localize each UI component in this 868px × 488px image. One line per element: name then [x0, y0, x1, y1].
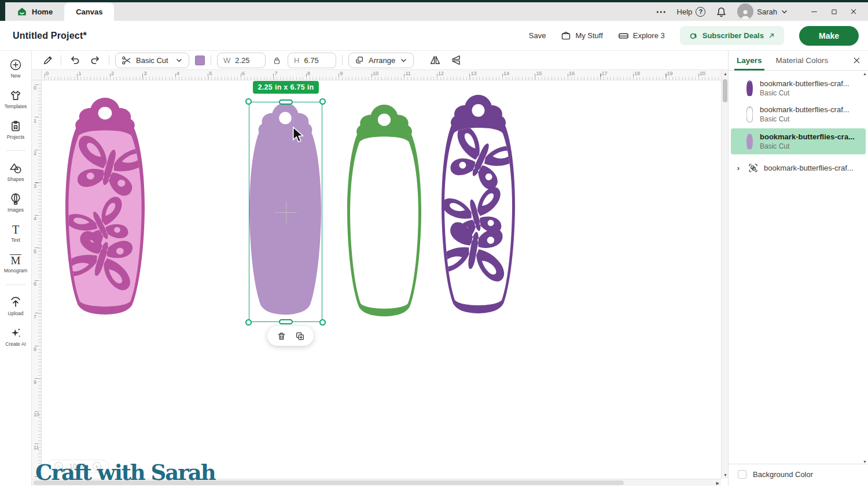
flip-horizontal-button[interactable] [428, 53, 443, 67]
resize-handle-bottom-right[interactable] [319, 319, 326, 326]
layer-thumbnail [746, 80, 753, 97]
background-color-checkbox[interactable] [738, 470, 746, 479]
resize-handle-top-center[interactable] [279, 99, 293, 105]
layer-row[interactable]: bookmark-butterflies-craf... Basic Cut [729, 101, 868, 127]
layer-group-row[interactable]: › bookmark-butterflies-craf... [729, 156, 868, 180]
line-type-select[interactable]: Basic Cut [115, 53, 189, 68]
notifications-button[interactable] [716, 6, 727, 17]
subscriber-deals-button[interactable]: Subscriber Deals [680, 26, 784, 45]
arrange-select[interactable]: Arrange [348, 53, 414, 68]
close-icon [849, 8, 858, 16]
sidebar-divider [6, 284, 25, 285]
sidebar-item-templates[interactable]: Templates [0, 86, 31, 112]
undo-button[interactable] [67, 53, 82, 67]
scroll-up-icon[interactable]: ▲ [863, 72, 867, 76]
selection-size-tooltip: 2.25 in x 6.75 in [253, 81, 319, 94]
minimize-button[interactable] [806, 4, 823, 19]
resize-handle-top-right[interactable] [319, 98, 326, 105]
page-title: Untitled Project* [13, 31, 87, 41]
maximize-icon [830, 8, 838, 16]
background-color-label: Background Color [753, 470, 813, 479]
sidebar-item-monogram[interactable]: M Monogram [0, 250, 31, 277]
canvas-vertical-scrollbar[interactable]: ▲ ▼ [721, 70, 728, 479]
home-icon [17, 6, 27, 17]
close-icon [852, 56, 861, 65]
my-stuff-button[interactable]: My Stuff [561, 31, 602, 41]
make-button[interactable]: Make [799, 26, 859, 46]
vertical-scroll-thumb[interactable] [723, 79, 727, 102]
layer-title: bookmark-butterflies-craf... [760, 105, 849, 114]
purple-butterfly-bookmark[interactable] [442, 94, 515, 320]
tab-material-colors[interactable]: Material Colors [776, 51, 829, 70]
sidebar-item-images[interactable]: Images [0, 189, 31, 216]
tshirt-icon [9, 89, 22, 102]
balloon-icon [9, 193, 22, 205]
save-button[interactable]: Save [529, 31, 546, 40]
chevron-down-icon [175, 57, 183, 64]
layer-linetype: Basic Cut [760, 115, 849, 123]
lock-icon [273, 56, 281, 65]
layers-panel: Layers Material Colors bookmark-butterfl… [728, 51, 868, 486]
sidebar-item-projects[interactable]: Projects [0, 116, 31, 143]
redo-button[interactable] [88, 53, 103, 67]
tab-canvas[interactable]: Canvas [64, 2, 114, 21]
avatar [737, 3, 753, 20]
sidebar-item-new[interactable]: New [0, 55, 31, 82]
sidebar-item-upload[interactable]: Upload [0, 293, 31, 319]
sidebar-item-text[interactable]: T Text [0, 220, 31, 246]
resize-handle-bottom-left[interactable] [245, 319, 252, 326]
tab-home[interactable]: Home [5, 2, 64, 21]
green-outline-bookmark[interactable] [347, 104, 421, 323]
chevron-down-icon [781, 8, 788, 16]
edit-pencil-button[interactable] [40, 53, 55, 67]
expand-chevron-icon[interactable]: › [734, 164, 742, 172]
scroll-down-icon[interactable]: ▼ [723, 473, 727, 477]
tab-layers[interactable]: Layers [737, 51, 762, 70]
ruler-vertical: 01234567891011 [32, 80, 42, 479]
pink-butterfly-bookmark[interactable] [65, 97, 145, 321]
project-header: Untitled Project* Save My Stuff Explore … [0, 21, 868, 51]
maximize-button[interactable] [825, 4, 843, 19]
close-button[interactable] [845, 4, 862, 19]
external-link-icon [768, 32, 775, 39]
sidebar-item-create-ai[interactable]: Create AI [0, 323, 31, 350]
more-menu-icon[interactable]: ⋯ [656, 6, 667, 18]
text-icon: T [12, 224, 19, 235]
duplicate-button[interactable] [295, 331, 305, 341]
design-canvas[interactable]: 01234567891011121314151617181920 0123456… [32, 70, 728, 486]
color-swatch[interactable] [195, 56, 205, 65]
layer-title: bookmark-butterflies-cra... [760, 132, 855, 141]
layer-group-title: bookmark-butterflies-craf... [764, 164, 854, 172]
height-value: 6.75 [304, 56, 318, 65]
panel-close-button[interactable] [852, 56, 861, 65]
account-button[interactable]: Sarah [737, 3, 788, 20]
sidebar-item-shapes[interactable]: Shapes [0, 158, 31, 185]
resize-handle-top-left[interactable] [245, 98, 252, 105]
layer-thumbnail [746, 106, 753, 123]
flip-vertical-button[interactable] [448, 53, 464, 67]
height-input[interactable]: H 6.75 [288, 53, 336, 68]
explore-button[interactable]: Explore 3 [618, 31, 665, 41]
panel-scrollbar[interactable]: ▲ ▼ [862, 72, 867, 464]
delete-button[interactable] [276, 331, 286, 341]
monogram-icon: M [10, 254, 22, 266]
width-input[interactable]: W 2.25 [217, 53, 266, 68]
duplicate-icon [295, 331, 305, 341]
layer-row-selected[interactable]: bookmark-butterflies-cra... Basic Cut [731, 128, 866, 154]
layers-panel-header: Layers Material Colors [729, 51, 868, 71]
help-button[interactable]: Help ? [677, 7, 706, 17]
pencil-icon [42, 55, 53, 66]
projects-icon [9, 120, 22, 132]
question-icon: ? [696, 7, 705, 17]
lock-ratio-button[interactable] [271, 53, 282, 67]
titlebar: Home Canvas ⋯ Help ? Sarah [0, 0, 868, 21]
scroll-right-icon[interactable]: ▶ [716, 481, 719, 485]
scroll-down-icon[interactable]: ▼ [863, 460, 867, 464]
scroll-up-icon[interactable]: ▲ [723, 72, 727, 76]
bell-icon [716, 6, 727, 17]
ruler-horizontal: 01234567891011121314151617181920 [42, 70, 721, 80]
layer-row[interactable]: bookmark-butterflies-craf... Basic Cut [729, 75, 868, 101]
resize-handle-bottom-center[interactable] [279, 319, 293, 324]
selection-box[interactable] [249, 102, 322, 322]
tab-canvas-label: Canvas [76, 8, 102, 16]
